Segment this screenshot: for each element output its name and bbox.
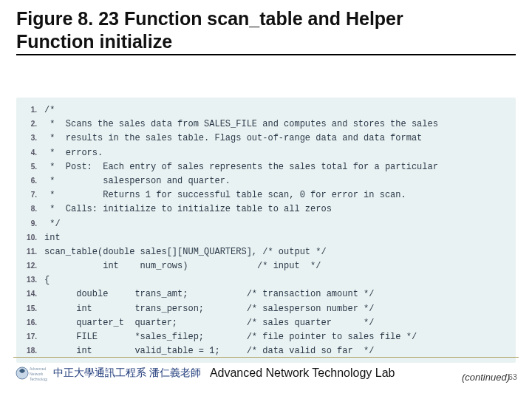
- line-number: 8.: [21, 203, 44, 215]
- code-line: 9. */: [21, 217, 510, 231]
- line-number: 6.: [21, 175, 44, 187]
- line-number: 4.: [21, 147, 44, 159]
- footer-text-cn: 中正大學通訊工程系 潘仁義老師: [53, 366, 201, 380]
- code-line: 13.{: [21, 273, 510, 287]
- code-text: * salesperson and quarter.: [44, 174, 231, 188]
- code-line: 4. * errors.: [21, 146, 510, 160]
- line-number: 11.: [21, 246, 44, 258]
- footer-text-en: Advanced Network Technology Lab: [210, 366, 395, 380]
- line-number: 5.: [21, 161, 44, 173]
- footer-rule: [13, 357, 519, 358]
- code-listing: 1./*2. * Scans the sales data from SALES…: [16, 98, 516, 363]
- content-area: 1./*2. * Scans the sales data from SALES…: [16, 98, 516, 383]
- svg-text:Network: Network: [30, 372, 44, 376]
- svg-text:Advanced: Advanced: [30, 366, 46, 371]
- line-number: 18.: [21, 345, 44, 357]
- code-line: 6. * salesperson and quarter.: [21, 174, 510, 188]
- code-text: quarter_t quarter; /* sales quarter */: [44, 316, 374, 330]
- code-text: * Scans the sales data from SALES_FILE a…: [44, 117, 438, 132]
- code-line: 5. * Post: Each entry of sales represent…: [21, 160, 510, 174]
- code-line: 11.scan_table(double sales[][NUM_QUARTER…: [21, 245, 510, 259]
- line-number: 13.: [21, 274, 44, 286]
- title-rest-1: Function scan_table and Helper: [119, 8, 403, 29]
- code-line: 16. quarter_t quarter; /* sales quarter …: [21, 316, 510, 330]
- lab-logo-icon: Advanced Network Technology: [15, 362, 47, 384]
- line-number: 7.: [21, 189, 44, 201]
- code-line: 14. double trans_amt; /* transaction amo…: [21, 287, 510, 301]
- line-number: 9.: [21, 218, 44, 230]
- title-rest-2: Function initialize: [16, 31, 172, 52]
- code-text: {: [44, 273, 50, 287]
- line-number: 15.: [21, 303, 44, 315]
- code-text: double trans_amt; /* transaction amount …: [44, 287, 374, 301]
- code-text: FILE *sales_filep; /* file pointer to sa…: [44, 330, 417, 344]
- code-line: 8. * Calls: initialize to initialize tab…: [21, 202, 510, 216]
- line-number: 3.: [21, 132, 44, 144]
- slide-title: Figure 8. 23 Function scan_table and Hel…: [16, 7, 516, 55]
- code-line: 1./*: [21, 103, 510, 117]
- line-number: 10.: [21, 232, 44, 244]
- line-number: 14.: [21, 288, 44, 300]
- page-number: 63: [508, 372, 517, 381]
- code-line: 10.int: [21, 231, 510, 245]
- code-text: * Post: Each entry of sales represents t…: [44, 160, 438, 174]
- figure-number: Figure 8. 23: [16, 8, 119, 29]
- code-line: 12. int num_rows) /* input */: [21, 259, 510, 273]
- line-number: 12.: [21, 260, 44, 272]
- svg-text:Technology: Technology: [30, 377, 47, 381]
- code-text: */: [44, 217, 61, 231]
- line-number: 2.: [21, 118, 44, 130]
- code-line: 15. int trans_person; /* salesperson num…: [21, 302, 510, 316]
- line-number: 1.: [21, 104, 44, 116]
- code-text: int: [44, 231, 61, 245]
- code-text: * Calls: initialize to initialize table …: [44, 202, 332, 216]
- code-text: scan_table(double sales[][NUM_QUARTERS],…: [44, 245, 327, 259]
- code-text: * errors.: [44, 146, 103, 160]
- code-line: 7. * Returns 1 for successful table scan…: [21, 188, 510, 202]
- footer: Advanced Network Technology 中正大學通訊工程系 潘仁…: [0, 357, 532, 384]
- line-number: 16.: [21, 317, 44, 329]
- line-number: 17.: [21, 331, 44, 343]
- code-line: 2. * Scans the sales data from SALES_FIL…: [21, 117, 510, 132]
- code-text: * results in the sales table. Flags out-…: [44, 132, 422, 146]
- code-text: /*: [44, 103, 55, 117]
- code-text: int trans_person; /* salesperson number …: [44, 302, 374, 316]
- code-text: * Returns 1 for successful table scan, 0…: [44, 188, 406, 202]
- slide: Figure 8. 23 Function scan_table and Hel…: [0, 0, 532, 399]
- code-line: 17. FILE *sales_filep; /* file pointer t…: [21, 330, 510, 344]
- code-text: int num_rows) /* input */: [44, 259, 321, 273]
- code-line: 3. * results in the sales table. Flags o…: [21, 132, 510, 146]
